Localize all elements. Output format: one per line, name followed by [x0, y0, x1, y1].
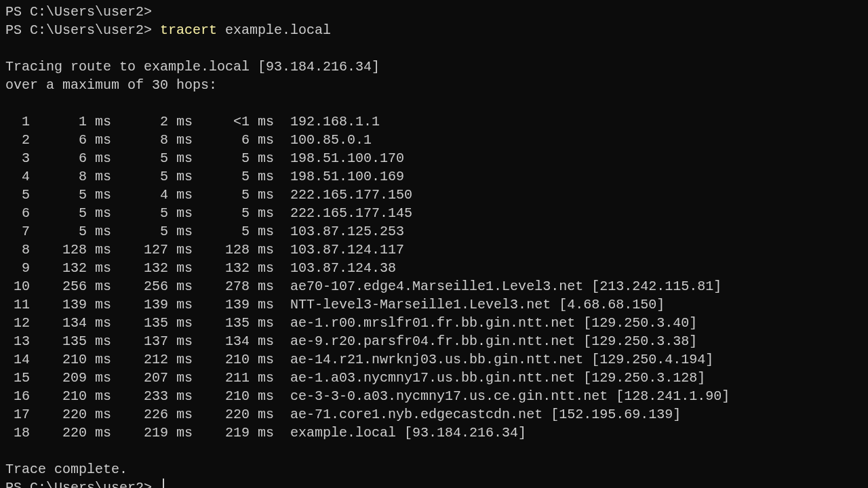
hop-row: 15 209 ms 207 ms 211 ms ae-1.a03.nycmny1…: [5, 369, 863, 387]
hop-row: 17 220 ms 226 ms 220 ms ae-71.core1.nyb.…: [5, 405, 863, 424]
hop-row: 11 139 ms 139 ms 139 ms NTT-level3-Marse…: [5, 296, 863, 314]
hop-row: 5 5 ms 4 ms 5 ms 222.165.177.150: [5, 186, 863, 204]
prompt-line-command: PS C:\Users\user2> tracert example.local: [5, 21, 863, 39]
hop-row: 2 6 ms 8 ms 6 ms 100.85.0.1: [5, 131, 863, 149]
trace-footer: Trace complete.: [5, 460, 863, 479]
cursor-icon: [163, 479, 164, 488]
hop-row: 16 210 ms 233 ms 210 ms ce-3-3-0.a03.nyc…: [5, 387, 863, 405]
trace-header-2: over a maximum of 30 hops:: [5, 76, 863, 94]
prompt-line-cursor: PS C:\Users\user2>: [5, 479, 863, 488]
hop-row: 4 8 ms 5 ms 5 ms 198.51.100.169: [5, 167, 863, 186]
hop-row: 1 1 ms 2 ms <1 ms 192.168.1.1: [5, 113, 863, 131]
hop-row: 9 132 ms 132 ms 132 ms 103.87.124.38: [5, 259, 863, 277]
hop-row: 13 135 ms 137 ms 134 ms ae-9.r20.parsfr0…: [5, 332, 863, 350]
blank-line: [5, 94, 863, 113]
hop-row: 18 220 ms 219 ms 219 ms example.local [9…: [5, 424, 863, 442]
terminal-output[interactable]: PS C:\Users\user2>PS C:\Users\user2> tra…: [0, 0, 868, 488]
hop-row: 14 210 ms 212 ms 210 ms ae-14.r21.nwrknj…: [5, 350, 863, 369]
hop-row: 3 6 ms 5 ms 5 ms 198.51.100.170: [5, 149, 863, 167]
ps-prompt: PS C:\Users\user2>: [5, 4, 152, 20]
trace-header-1: Tracing route to example.local [93.184.2…: [5, 58, 863, 76]
prompt-line-empty: PS C:\Users\user2>: [5, 3, 863, 21]
command-name: tracert: [160, 22, 217, 38]
hop-row: 8 128 ms 127 ms 128 ms 103.87.124.117: [5, 241, 863, 259]
ps-prompt: PS C:\Users\user2>: [5, 22, 152, 38]
hop-row: 12 134 ms 135 ms 135 ms ae-1.r00.mrslfr0…: [5, 314, 863, 332]
hop-row: 10 256 ms 256 ms 278 ms ae70-107.edge4.M…: [5, 277, 863, 296]
blank-line: [5, 39, 863, 58]
blank-line: [5, 442, 863, 460]
hop-row: 6 5 ms 5 ms 5 ms 222.165.177.145: [5, 204, 863, 222]
ps-prompt: PS C:\Users\user2>: [5, 480, 152, 488]
hop-row: 7 5 ms 5 ms 5 ms 103.87.125.253: [5, 222, 863, 241]
command-args: example.local: [225, 22, 331, 38]
